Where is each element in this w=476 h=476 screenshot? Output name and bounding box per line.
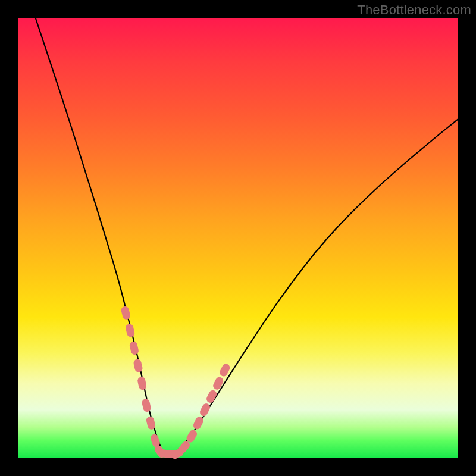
plot-area (18, 18, 458, 458)
marker-layer (120, 306, 231, 461)
curve-marker (120, 306, 131, 320)
chart-svg (18, 18, 458, 458)
curve-marker (199, 402, 211, 417)
curve-marker (125, 323, 136, 337)
watermark-text: TheBottleneck.com (357, 2, 471, 18)
curve-marker (129, 341, 140, 355)
curve-layer (36, 18, 458, 454)
curve-marker (212, 375, 224, 390)
curve-marker (141, 398, 151, 412)
curve-marker (133, 358, 143, 372)
bottleneck-curve (36, 18, 458, 454)
curve-marker (137, 376, 147, 390)
chart-frame: TheBottleneck.com (0, 0, 476, 476)
